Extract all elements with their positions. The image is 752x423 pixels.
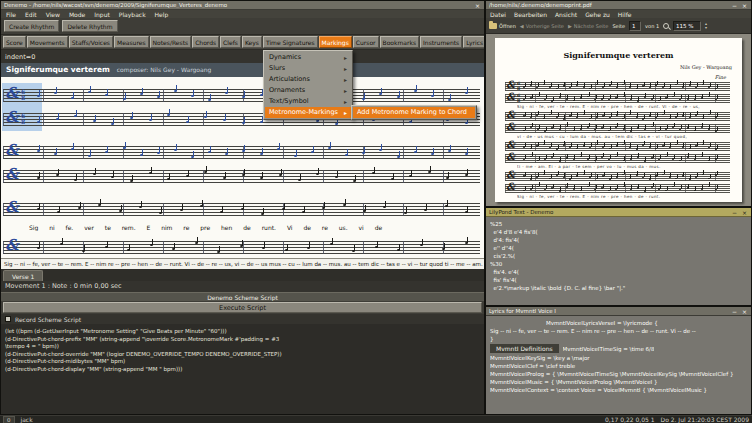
note[interactable] [404,212,407,214]
note[interactable] [424,209,427,211]
pdf-content-area[interactable]: Signiferumque verterem Nils Gey - Wargoa… [486,34,751,206]
staff[interactable]: &68 [3,89,480,102]
next-page-button[interactable]: ▶ Nächste Seite [568,23,609,29]
note[interactable] [335,123,338,125]
note[interactable] [409,175,412,177]
menu-mode[interactable]: Mode [69,11,85,18]
menu-item-slurs[interactable]: Slurs ▸ [265,63,351,74]
note[interactable] [119,210,122,212]
note[interactable] [105,151,108,153]
note[interactable] [71,97,74,99]
note[interactable] [149,119,152,121]
note[interactable] [149,172,152,174]
note[interactable] [159,212,162,214]
note[interactable] [172,248,175,250]
menu-ansicht[interactable]: Ansicht [555,11,577,18]
note[interactable] [191,156,194,158]
minimize-icon[interactable]: − [731,2,738,9]
note[interactable] [167,114,170,116]
cmd-measures[interactable]: Measures [114,36,149,48]
note[interactable] [82,250,85,252]
note[interactable] [465,211,468,213]
note[interactable] [174,149,177,151]
note[interactable] [242,122,245,124]
note[interactable] [445,205,448,207]
zoom-spinner[interactable]: ▴ ▾ [705,22,707,30]
note[interactable] [353,180,356,182]
note[interactable] [442,248,445,250]
menu-bearbeiten[interactable]: Bearbeiten [514,11,547,18]
note[interactable] [88,155,91,157]
menu-gehe-zu[interactable]: Gehe zu [585,11,610,18]
delete-rhythm-button[interactable]: Delete Rhythm [62,20,117,32]
menu-file[interactable]: File [6,11,16,18]
note[interactable] [431,153,434,155]
note[interactable] [127,249,130,251]
note[interactable] [71,148,74,150]
tab-verse-1[interactable]: Verse 1 [3,270,43,281]
note[interactable] [157,96,160,98]
note[interactable] [54,153,57,155]
note[interactable] [345,154,348,156]
note[interactable] [37,177,40,179]
note[interactable] [431,95,434,97]
note[interactable] [260,153,263,155]
note[interactable] [294,155,297,157]
cmd-movements[interactable]: Movements [27,36,68,48]
cmd-time-signatures[interactable]: Time Signatures [263,36,318,48]
definitions-title[interactable]: MvmntI Definitions [490,344,559,353]
note[interactable] [279,174,282,176]
note[interactable] [204,116,207,118]
note[interactable] [322,207,325,209]
menu-item-articulations[interactable]: Articulations ▸ [265,74,351,85]
note[interactable] [397,96,400,98]
cmd-markings[interactable]: Markings [319,36,352,48]
menu-view[interactable]: View [46,11,60,18]
cmd-chords[interactable]: Chords [192,36,219,48]
menu-edit[interactable]: Edit [25,11,37,18]
note[interactable] [391,178,394,180]
note[interactable] [225,92,228,94]
staff[interactable]: & [3,203,480,216]
note[interactable] [130,117,133,119]
note[interactable] [261,213,264,215]
note[interactable] [465,122,468,124]
note[interactable] [208,99,211,101]
cmd-notes-rests[interactable]: Notes/Rests [150,36,192,48]
note[interactable] [242,150,245,152]
zoom-level-input[interactable] [673,21,701,31]
note[interactable] [414,151,417,153]
note[interactable] [111,176,114,178]
note[interactable] [167,178,170,180]
cmd-clefs[interactable]: Clefs [220,36,241,48]
note[interactable] [217,251,220,253]
menu-hilfe[interactable]: Hilfe [618,11,632,18]
note[interactable] [375,246,378,248]
note[interactable] [383,206,386,208]
spin-down-icon[interactable]: ▾ [705,26,707,30]
note[interactable] [223,177,226,179]
note[interactable] [140,154,143,156]
close-icon[interactable]: × [741,2,748,9]
note[interactable] [186,175,189,177]
note[interactable] [105,94,108,96]
note[interactable] [150,244,153,246]
note[interactable] [420,244,423,246]
page-number-input[interactable] [629,21,641,31]
note[interactable] [123,147,126,149]
note[interactable] [465,153,468,155]
scheme-script-editor[interactable]: (let ((bpm (d-GetUserInput "Metronome Se… [1,324,484,414]
record-script-checkbox[interactable] [5,316,11,322]
note[interactable] [74,115,77,117]
note[interactable] [307,247,310,249]
cmd-score[interactable]: Score [3,36,26,48]
menu-item-text-symbol[interactable]: Text/Symbol ▸ [265,96,351,107]
menu-item-metronome-markings[interactable]: Metronome-Markings ▸ [265,107,351,118]
minimize-icon[interactable]: − [731,308,738,315]
close-icon[interactable]: × [741,308,748,315]
menu-help[interactable]: Help [155,11,169,18]
close-icon[interactable]: × [741,209,748,216]
note[interactable] [362,98,365,100]
cmd-lyrics[interactable]: Lyrics [463,36,484,48]
cmd-keys[interactable]: Keys [242,36,262,48]
